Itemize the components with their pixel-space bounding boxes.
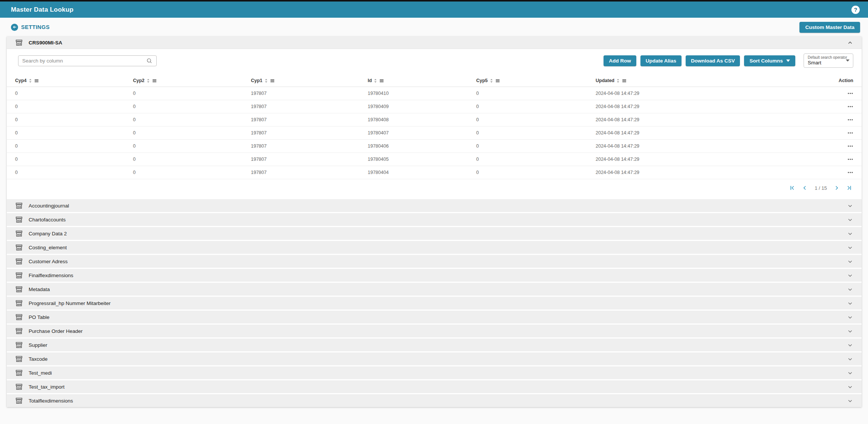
column-header-cyp1[interactable]: Cyp1 — [251, 78, 368, 83]
cell-cyp1: 197807 — [251, 117, 368, 122]
chevron-down-icon[interactable] — [847, 356, 853, 362]
cell-cyp2: 0 — [133, 91, 251, 96]
cell-cyp4: 0 — [15, 143, 133, 149]
back-arrow-icon — [11, 24, 18, 31]
custom-master-data-button[interactable]: Custom Master Data — [799, 22, 860, 33]
last-page-icon[interactable] — [846, 185, 853, 191]
cell-cyp2: 0 — [133, 130, 251, 136]
column-menu-icon[interactable] — [34, 78, 39, 83]
cell-id: 19780408 — [368, 117, 476, 122]
column-label: Id — [368, 78, 372, 83]
store-icon — [15, 39, 23, 47]
row-actions-kebab-icon[interactable] — [847, 103, 853, 110]
cell-updated: 2024-04-08 14:47:29 — [596, 170, 832, 175]
accordion-item-test-tax-import[interactable]: Test_tax_import — [7, 380, 862, 393]
chevron-down-icon[interactable] — [847, 203, 853, 209]
sort-icon[interactable] — [28, 78, 33, 83]
column-label: Cyp2 — [133, 78, 145, 83]
chevron-down-icon[interactable] — [847, 370, 853, 376]
settings-label: SETTINGS — [21, 24, 50, 30]
chevron-down-icon[interactable] — [847, 272, 853, 279]
sort-icon[interactable] — [616, 78, 620, 83]
sort-columns-button[interactable]: Sort Columns — [744, 55, 795, 66]
column-header-cyp4[interactable]: Cyp4 — [15, 78, 133, 83]
search-icon[interactable] — [146, 58, 153, 64]
column-header-updated[interactable]: Updated — [596, 78, 832, 83]
row-actions-kebab-icon[interactable] — [847, 129, 853, 137]
table-row: 0 0 197807 19780405 0 2024-04-08 14:47:2… — [7, 153, 862, 166]
select-value: Smart — [808, 60, 844, 66]
row-actions-kebab-icon[interactable] — [847, 156, 853, 163]
accordion-item-chartofaccounts[interactable]: Chartofaccounts — [7, 213, 862, 226]
panel-title: CRS900MI-SA — [29, 40, 62, 46]
row-actions-kebab-icon[interactable] — [847, 90, 853, 97]
chevron-down-icon[interactable] — [847, 314, 853, 320]
settings-back-link[interactable]: SETTINGS — [11, 24, 50, 31]
table-row: 0 0 197807 19780409 0 2024-04-08 14:47:2… — [7, 100, 862, 113]
accordion-item-po-table[interactable]: PO Table — [7, 311, 862, 323]
row-actions-kebab-icon[interactable] — [847, 116, 853, 124]
chevron-up-icon[interactable] — [847, 40, 853, 46]
cell-cyp4: 0 — [15, 130, 133, 136]
accordion-item-customer-adress[interactable]: Customer Adress — [7, 255, 862, 268]
store-icon — [15, 271, 23, 279]
accordion-item-metadata[interactable]: Metadata — [7, 283, 862, 296]
cell-cyp5: 0 — [476, 130, 596, 136]
chevron-down-icon[interactable] — [847, 328, 853, 334]
cell-id: 19780404 — [368, 170, 476, 175]
download-csv-button[interactable]: Download As CSV — [686, 55, 740, 66]
accordion-item-purchase-order-header[interactable]: Purchase Order Header — [7, 325, 862, 337]
sort-icon[interactable] — [489, 78, 494, 83]
cell-cyp4: 0 — [15, 117, 133, 122]
column-menu-icon[interactable] — [152, 78, 157, 83]
chevron-down-icon[interactable] — [847, 300, 853, 307]
sort-icon[interactable] — [264, 78, 269, 83]
cell-cyp4: 0 — [15, 170, 133, 175]
column-menu-icon[interactable] — [495, 78, 500, 83]
row-actions-kebab-icon[interactable] — [847, 142, 853, 150]
accordion-item-costing-element[interactable]: Costing_element — [7, 241, 862, 254]
column-menu-icon[interactable] — [622, 78, 627, 83]
pagination: 1 / 15 — [7, 179, 862, 198]
column-header-cyp2[interactable]: Cyp2 — [133, 78, 251, 83]
default-search-operator-select[interactable]: Default search operator Smart — [804, 53, 853, 68]
row-actions-kebab-icon[interactable] — [847, 169, 853, 176]
cell-updated: 2024-04-08 14:47:29 — [596, 157, 832, 162]
accordion-item-company-data-2[interactable]: Company Data 2 — [7, 227, 862, 240]
chevron-down-icon[interactable] — [847, 230, 853, 237]
cell-cyp5: 0 — [476, 91, 596, 96]
accordion-item-label: Metadata — [29, 287, 50, 292]
sort-icon[interactable] — [373, 78, 378, 83]
column-menu-icon[interactable] — [270, 78, 275, 83]
accordion-item-totalflexdimensions[interactable]: Totalflexdimensions — [7, 394, 862, 407]
chevron-down-icon[interactable] — [847, 258, 853, 265]
add-row-button[interactable]: Add Row — [604, 55, 636, 66]
accordion-item-finalflexdimensions[interactable]: Finalflexdimensions — [7, 269, 862, 282]
chevron-down-icon[interactable] — [847, 398, 853, 404]
chevron-down-icon[interactable] — [847, 342, 853, 348]
accordion-item-taxcode[interactable]: Taxcode — [7, 352, 862, 365]
column-header-id[interactable]: Id — [368, 78, 476, 83]
panel-header-crs900mi-sa[interactable]: CRS900MI-SA — [7, 37, 862, 49]
chevron-down-icon[interactable] — [847, 384, 853, 390]
first-page-icon[interactable] — [789, 185, 796, 191]
column-menu-icon[interactable] — [379, 78, 384, 83]
previous-page-icon[interactable] — [801, 185, 808, 191]
accordion-item-supplier[interactable]: Supplier — [7, 339, 862, 351]
accordion-item-test-medi[interactable]: Test_medi — [7, 366, 862, 379]
store-icon — [15, 355, 23, 363]
accordion-item-progressrail-hp-nummer-mitarbeiter[interactable]: Progressrail_hp Nummer Mitarbeiter — [7, 297, 862, 310]
help-icon[interactable]: ? — [851, 6, 860, 14]
next-page-icon[interactable] — [833, 185, 840, 191]
store-icon — [15, 202, 23, 210]
chevron-down-icon[interactable] — [847, 217, 853, 223]
search-input[interactable] — [22, 58, 146, 64]
accordion-item-label: Finalflexdimensions — [29, 273, 73, 278]
chevron-down-icon[interactable] — [847, 244, 853, 251]
update-alias-button[interactable]: Update Alias — [640, 55, 682, 66]
accordion-item-label: Totalflexdimensions — [29, 398, 73, 404]
chevron-down-icon[interactable] — [847, 286, 853, 293]
column-header-cyp5[interactable]: Cyp5 — [476, 78, 596, 83]
accordion-item-accountingjournal[interactable]: Accountingjournal — [7, 199, 862, 212]
sort-icon[interactable] — [146, 78, 151, 83]
